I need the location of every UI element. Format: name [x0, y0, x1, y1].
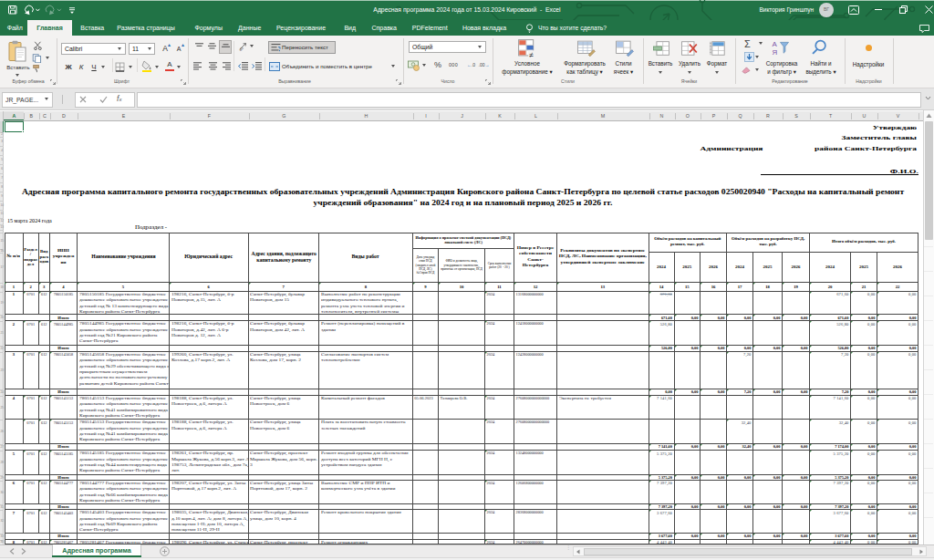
svg-text:≠: ≠ — [529, 50, 534, 58]
svg-text:А: А — [773, 40, 778, 48]
svg-text:ab: ab — [238, 46, 244, 51]
svg-text:Я: Я — [773, 48, 778, 56]
